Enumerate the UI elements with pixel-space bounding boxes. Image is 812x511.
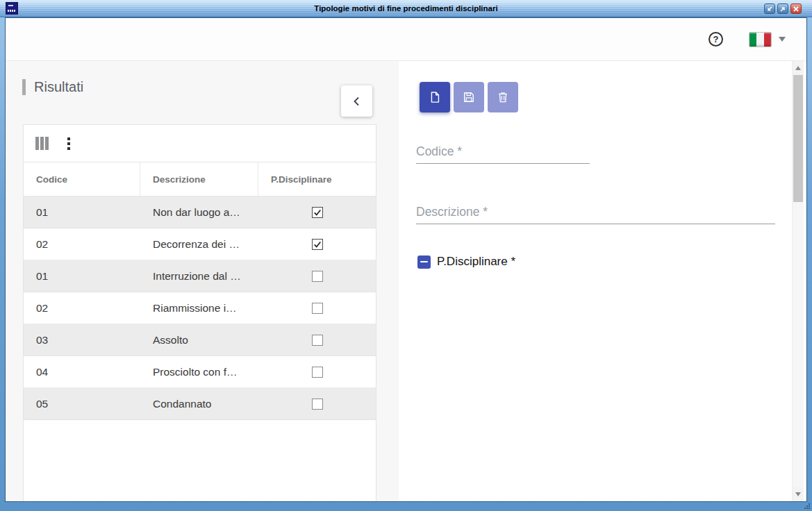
cell-codice: 01 bbox=[24, 196, 140, 228]
column-header-codice[interactable]: Codice bbox=[24, 162, 140, 196]
row-checkbox[interactable] bbox=[312, 239, 323, 250]
table-row[interactable]: 02Decorrenza dei … bbox=[24, 228, 376, 260]
cell-codice: 04 bbox=[24, 356, 140, 387]
app-header: ? bbox=[6, 18, 806, 61]
table-header: Codice Descrizione P.Disciplinare bbox=[24, 162, 376, 196]
row-checkbox[interactable] bbox=[312, 335, 323, 346]
results-table: Codice Descrizione P.Disciplinare 01Non … bbox=[23, 124, 376, 501]
cell-pdisciplinare bbox=[258, 388, 376, 419]
new-record-button[interactable] bbox=[420, 82, 450, 112]
descrizione-input[interactable] bbox=[416, 203, 775, 224]
scroll-down-button[interactable] bbox=[793, 487, 804, 501]
indeterminate-dash-icon bbox=[420, 261, 428, 263]
scroll-up-button[interactable] bbox=[793, 61, 804, 75]
table-row[interactable]: 05Condannato bbox=[24, 388, 376, 420]
delete-button[interactable] bbox=[488, 82, 518, 112]
restore-window-button[interactable] bbox=[764, 3, 775, 14]
row-checkbox[interactable] bbox=[312, 367, 323, 378]
language-dropdown-caret-icon[interactable] bbox=[779, 37, 786, 42]
results-panel: Risultati Codice Descrizione P.Disciplin… bbox=[6, 61, 399, 501]
cell-codice: 03 bbox=[24, 324, 140, 355]
italian-flag-icon[interactable] bbox=[749, 32, 772, 47]
cell-descrizione: Non dar luogo a… bbox=[140, 196, 258, 228]
pdisciplinare-field: P.Disciplinare * bbox=[417, 255, 515, 269]
column-header-pdisciplinare[interactable]: P.Disciplinare bbox=[258, 162, 376, 196]
row-checkbox[interactable] bbox=[312, 207, 323, 218]
check-icon bbox=[313, 240, 322, 249]
scrollbar-thumb[interactable] bbox=[793, 75, 803, 202]
row-checkbox[interactable] bbox=[312, 303, 323, 314]
vertical-scrollbar[interactable] bbox=[792, 61, 804, 501]
column-header-descrizione[interactable]: Descrizione bbox=[140, 162, 258, 196]
pdisciplinare-checkbox[interactable] bbox=[417, 255, 431, 269]
window-titlebar: Tipologie motivi di fine procedimenti di… bbox=[0, 0, 812, 17]
save-button[interactable] bbox=[454, 82, 484, 112]
results-heading: Risultati bbox=[22, 79, 83, 95]
row-checkbox[interactable] bbox=[312, 399, 323, 410]
codice-field bbox=[416, 142, 590, 164]
table-toolbar bbox=[24, 125, 376, 162]
cell-codice: 02 bbox=[24, 292, 140, 324]
record-actions bbox=[420, 82, 518, 112]
descrizione-field bbox=[416, 203, 775, 224]
maximize-window-button[interactable] bbox=[777, 3, 788, 14]
columns-icon[interactable] bbox=[35, 137, 49, 150]
table-body: 01Non dar luogo a…02Decorrenza dei …01In… bbox=[24, 196, 376, 501]
cell-pdisciplinare bbox=[258, 356, 376, 387]
pdisciplinare-label: P.Disciplinare * bbox=[437, 255, 515, 269]
triangle-up-icon bbox=[795, 66, 801, 70]
cell-pdisciplinare bbox=[258, 228, 376, 260]
detail-panel: P.Disciplinare * bbox=[399, 61, 792, 501]
collapse-panel-button[interactable] bbox=[341, 85, 372, 117]
window-title: Tipologie motivi di fine procedimenti di… bbox=[0, 4, 812, 12]
cell-codice: 05 bbox=[24, 388, 140, 419]
arrow-down-left-icon bbox=[766, 6, 773, 12]
trash-icon bbox=[496, 90, 510, 104]
document-icon bbox=[428, 90, 442, 104]
cell-pdisciplinare bbox=[258, 260, 376, 292]
row-checkbox[interactable] bbox=[312, 271, 323, 282]
check-icon bbox=[313, 208, 322, 217]
cell-pdisciplinare bbox=[258, 324, 376, 355]
cell-pdisciplinare bbox=[258, 292, 376, 324]
resize-grip[interactable] bbox=[804, 503, 811, 510]
results-heading-label: Risultati bbox=[34, 79, 83, 95]
chevron-left-icon bbox=[351, 96, 363, 107]
heading-accent-bar bbox=[22, 79, 26, 95]
cell-descrizione: Decorrenza dei … bbox=[140, 228, 258, 260]
table-row[interactable]: 01Non dar luogo a… bbox=[24, 196, 376, 228]
codice-input[interactable] bbox=[416, 142, 590, 164]
cell-pdisciplinare bbox=[258, 196, 376, 228]
help-icon[interactable]: ? bbox=[709, 32, 723, 47]
content-area: Risultati Codice Descrizione P.Disciplin… bbox=[6, 61, 806, 501]
kebab-menu-icon[interactable] bbox=[63, 136, 74, 151]
cell-descrizione: Prosciolto con f… bbox=[140, 356, 258, 387]
cell-codice: 02 bbox=[24, 228, 140, 260]
table-row[interactable]: 03Assolto bbox=[24, 324, 376, 356]
cell-descrizione: Riammissione i… bbox=[140, 292, 258, 324]
close-window-button[interactable] bbox=[790, 3, 802, 14]
cell-descrizione: Condannato bbox=[140, 388, 258, 419]
floppy-disk-icon bbox=[462, 90, 476, 104]
cell-codice: 01 bbox=[24, 260, 140, 292]
triangle-down-icon bbox=[795, 492, 801, 496]
window-frame: ? Risultati bbox=[5, 17, 807, 502]
table-row[interactable]: 01Interruzione dal … bbox=[24, 260, 376, 292]
cell-descrizione: Interruzione dal … bbox=[140, 260, 258, 292]
arrow-up-right-icon bbox=[779, 6, 786, 12]
window-controls bbox=[764, 3, 802, 14]
table-row[interactable]: 02Riammissione i… bbox=[24, 292, 376, 324]
cell-descrizione: Assolto bbox=[140, 324, 258, 355]
app-window: Tipologie motivi di fine procedimenti di… bbox=[0, 0, 812, 511]
table-row[interactable]: 04Prosciolto con f… bbox=[24, 356, 376, 388]
close-x-icon bbox=[793, 6, 799, 12]
